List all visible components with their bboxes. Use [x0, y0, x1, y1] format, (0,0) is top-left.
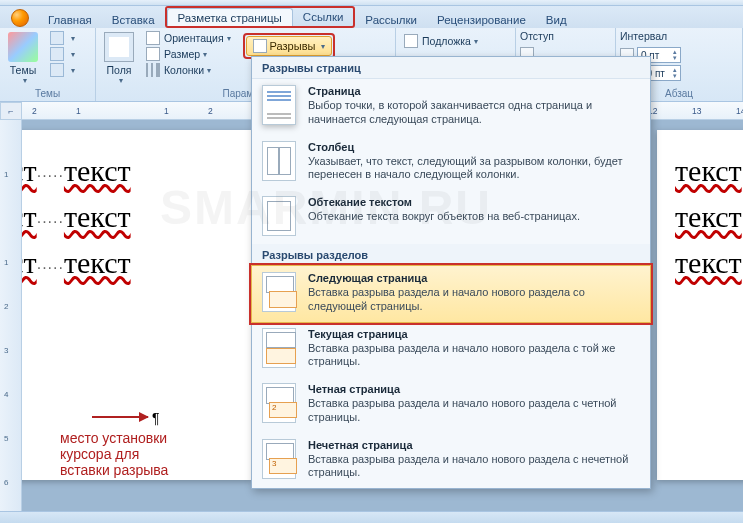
themes-icon [8, 32, 38, 62]
menu-header-section-breaks: Разрывы разделов [252, 244, 650, 266]
column-break-icon [262, 141, 296, 181]
theme-colors-button[interactable]: ▾ [46, 30, 79, 46]
page-right: текст текст текст [657, 130, 743, 480]
columns-button[interactable]: Колонки▾ [142, 62, 235, 78]
tab-insert[interactable]: Вставка [102, 11, 165, 28]
breaks-icon [253, 39, 267, 53]
size-icon [146, 47, 160, 61]
columns-icon [146, 63, 160, 77]
themes-label: Темы [10, 64, 36, 76]
watermark-icon [404, 34, 418, 48]
theme-effects-button[interactable]: ▾ [46, 62, 79, 78]
size-button[interactable]: Размер▾ [142, 46, 235, 62]
highlight-tabs: Разметка страницы Ссылки [165, 6, 356, 28]
group-themes-label: Темы [4, 88, 91, 101]
theme-fonts-button[interactable]: ▾ [46, 46, 79, 62]
menu-item-page-break[interactable]: СтраницаВыбор точки, в которой заканчива… [252, 79, 650, 135]
tab-page-layout[interactable]: Разметка страницы [167, 8, 293, 26]
breaks-menu: Разрывы страниц СтраницаВыбор точки, в к… [251, 56, 651, 489]
breaks-label: Разрывы [270, 40, 316, 52]
themes-button[interactable]: Темы ▾ [4, 30, 42, 87]
tab-home[interactable]: Главная [38, 11, 102, 28]
menu-item-next-page[interactable]: Следующая страницаВставка разрыва раздел… [251, 265, 651, 323]
menu-item-column-break[interactable]: СтолбецУказывает, что текст, следующий з… [252, 135, 650, 191]
pilcrow-mark: ¶ [152, 410, 160, 426]
palette-icon [50, 31, 64, 45]
orientation-icon [146, 31, 160, 45]
tab-view[interactable]: Вид [536, 11, 577, 28]
text-wrap-icon [262, 196, 296, 236]
vertical-ruler[interactable]: 11234567 [0, 120, 22, 523]
tab-references[interactable]: Ссылки [293, 8, 354, 26]
annotation-text: место установки курсора для вставки разр… [60, 430, 168, 478]
section-odd-page-icon [262, 439, 296, 479]
menu-item-continuous[interactable]: Текущая страницаВставка разрыва раздела … [252, 322, 650, 378]
margins-icon [104, 32, 134, 62]
chevron-down-icon: ▾ [23, 76, 27, 85]
annotation-arrow [92, 416, 148, 418]
effects-icon [50, 63, 64, 77]
office-button[interactable] [2, 8, 38, 28]
page-left: текст·····текст текст·····текст текст···… [22, 130, 252, 480]
tab-review[interactable]: Рецензирование [427, 11, 536, 28]
font-icon [50, 47, 64, 61]
indent-label: Отступ [520, 30, 554, 42]
office-orb-icon [11, 9, 29, 27]
breaks-button[interactable]: Разрывы ▾ [246, 36, 333, 56]
section-continuous-icon [262, 328, 296, 368]
status-bar [0, 511, 743, 523]
ribbon-tabs: Главная Вставка Разметка страницы Ссылки… [0, 6, 743, 28]
section-next-page-icon [262, 272, 296, 312]
ruler-corner: ⌐ [0, 102, 22, 120]
menu-item-odd-page[interactable]: Нечетная страницаВставка разрыва раздела… [252, 433, 650, 489]
margins-label: Поля [107, 64, 132, 76]
menu-header-page-breaks: Разрывы страниц [252, 57, 650, 79]
orientation-button[interactable]: Ориентация▾ [142, 30, 235, 46]
menu-item-text-wrapping[interactable]: Обтекание текстомОбтекание текста вокруг… [252, 190, 650, 244]
page-break-icon [262, 85, 296, 125]
spacing-label: Интервал [620, 30, 681, 42]
section-even-page-icon [262, 383, 296, 423]
chevron-down-icon: ▾ [321, 42, 325, 51]
watermark-button[interactable]: Подложка▾ [400, 33, 482, 49]
group-themes: Темы ▾ ▾ ▾ ▾ Темы [0, 28, 96, 101]
menu-item-even-page[interactable]: Четная страницаВставка разрыва раздела и… [252, 377, 650, 433]
tab-mailings[interactable]: Рассылки [355, 11, 427, 28]
margins-button[interactable]: Поля ▾ [100, 30, 138, 87]
